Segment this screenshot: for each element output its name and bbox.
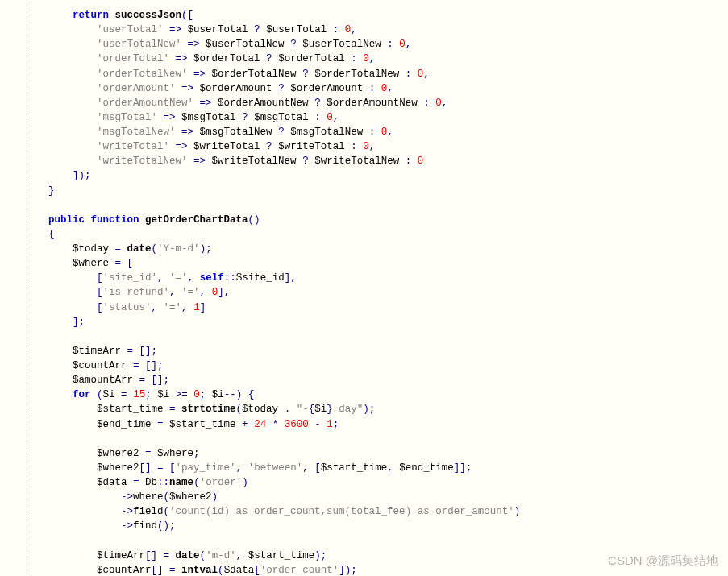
code-line: ['site_id', '=', self::$site_id],: [24, 272, 297, 284]
code-line: 'userTotalNew' => $userTotalNew ? $userT…: [24, 39, 411, 50]
code-line: 'orderTotal' => $orderTotal ? $orderTota…: [24, 53, 375, 64]
code-line: $amountArr = [];: [24, 375, 169, 386]
code-line: 'writeTotalNew' => $writeTotalNew ? $wri…: [24, 155, 423, 167]
code-line: $countArr[] = intval($data['order_count'…: [24, 565, 357, 576]
code-line: 'msgTotal' => $msgTotal ? $msgTotal : 0,: [24, 112, 339, 123]
code-block: return successJson([ 'userTotal' => $use…: [24, 8, 720, 576]
code-line: 'orderAmount' => $orderAmount ? $orderAm…: [24, 83, 393, 94]
code-line: ->field('count(id) as order_count,sum(to…: [24, 506, 520, 517]
code-line: 'userTotal' => $userTotal ? $userTotal :…: [24, 24, 357, 35]
code-line: $where = [: [24, 258, 133, 269]
code-line: 'writeTotal' => $writeTotal ? $writeTota…: [24, 141, 375, 152]
code-line: ->find();: [24, 520, 176, 532]
code-line: $start_time = strtotime($today . "-{$i} …: [24, 404, 375, 415]
code-line: $timeArr[] = date('m-d', $start_time);: [24, 550, 327, 561]
watermark: CSDN @源码集结地: [608, 552, 718, 570]
code-line: 'orderAmountNew' => $orderAmountNew ? $o…: [24, 97, 447, 109]
code-line: for ($i = 15; $i >= 0; $i--) {: [24, 389, 254, 400]
code-line: ->where($where2): [24, 491, 218, 503]
code-line: ];: [24, 317, 85, 328]
indent-guide: [31, 0, 31, 576]
code-line: ]);: [24, 170, 91, 181]
code-line: $today = date('Y-m-d');: [24, 243, 212, 255]
code-line: $data = Db::name('order'): [24, 477, 248, 488]
code-line: {: [24, 229, 55, 240]
code-line: ['is_refund', '=', 0],: [24, 287, 230, 298]
code-line: $timeArr = [];: [24, 346, 157, 357]
code-line: $countArr = [];: [24, 360, 164, 371]
code-line: $end_time = $start_time + 24 * 3600 - 1;: [24, 419, 339, 430]
code-line: $where2 = $where;: [24, 448, 200, 459]
code-line: }: [24, 185, 55, 197]
code-line: 'msgTotalNew' => $msgTotalNew ? $msgTota…: [24, 126, 393, 138]
code-line: ['status', '=', 1]: [24, 302, 206, 313]
code-line: public function getOrderChartData(): [24, 214, 260, 226]
code-line: 'orderTotalNew' => $orderTotalNew ? $ord…: [24, 68, 430, 80]
code-line: $where2[] = ['pay_time', 'between', [$st…: [24, 462, 472, 474]
code-line: return successJson([: [24, 10, 193, 21]
